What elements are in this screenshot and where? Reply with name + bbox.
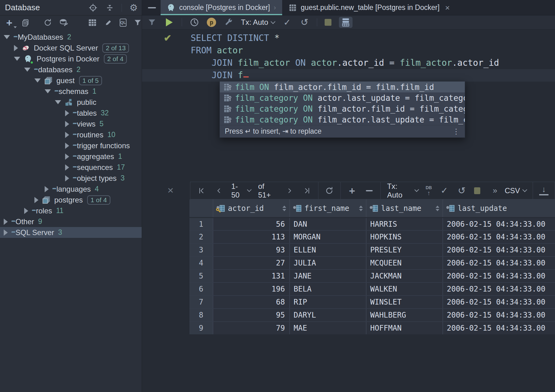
tree-item-aggregates[interactable]: aggregates 1 [0,151,142,162]
table-row[interactable]: 9 79 MAE HOFFMAN 2006-02-15 04:34:33.00 [189,321,555,334]
cell-last-name[interactable]: WALKEN [366,283,443,295]
chevron-collapsed-icon[interactable] [65,175,69,181]
column-header-actor-id[interactable]: actor_id [213,199,290,217]
table-row[interactable]: 1 56 DAN HARRIS 2006-02-15 04:34:33.00 [189,217,555,230]
tree-item-tables[interactable]: tables 32 [0,108,142,118]
last-page-icon[interactable] [302,186,312,196]
table-view-icon[interactable] [87,18,97,28]
reload-data-icon[interactable] [324,186,334,196]
cell-actor-id[interactable]: 79 [213,322,290,334]
chevron-expanded-icon[interactable] [45,89,51,93]
cell-last-name[interactable]: JACKMAN [366,270,443,282]
tree-item-postgres-in-docker[interactable]: Postgres in Docker 2 of 4 [0,53,142,64]
cell-last-name[interactable]: HOPKINS [366,231,443,243]
tx-mode-dropdown[interactable]: Tx: Auto [387,182,418,199]
cell-last-name[interactable]: MCQUEEN [366,257,443,269]
column-header-last-update[interactable]: last_update [443,199,555,217]
chevron-collapsed-icon[interactable] [65,154,69,160]
cell-first-name[interactable]: MORGAN [290,231,366,243]
tab-new-table[interactable]: guest.public.new_table [Postgres in Dock… [282,0,456,15]
locate-icon[interactable] [88,3,98,13]
table-row[interactable]: 6 196 BELA WALKEN 2006-02-15 04:34:33.00 [189,282,555,295]
cell-actor-id[interactable]: 95 [213,309,290,321]
chevron-collapsed-icon[interactable] [65,110,69,116]
filter-icon[interactable] [147,17,157,27]
cell-last-update[interactable]: 2006-02-15 04:34:33.00 [443,270,555,282]
column-header-last-name[interactable]: last_name [366,199,443,217]
stop-icon[interactable] [325,19,331,26]
close-results-icon[interactable]: × [167,184,174,196]
cell-actor-id[interactable]: 68 [213,296,290,308]
wrench-icon[interactable] [224,17,233,27]
cell-last-name[interactable]: WAHLBERG [366,309,443,321]
cell-first-name[interactable]: ELLEN [290,244,366,256]
chevron-collapsed-icon[interactable] [65,164,69,171]
cell-last-name[interactable]: WINSLET [366,296,443,308]
submit-to-database-icon[interactable]: DB ↑ [426,185,432,196]
tree-item-public[interactable]: public [0,97,142,108]
page-range-dropdown[interactable]: 1-50 [231,182,251,199]
tx-mode-dropdown[interactable]: Tx: Auto [241,18,275,27]
tab-console[interactable]: console [Postgres in Docker] › [161,0,282,15]
chevron-expanded-icon[interactable] [34,78,41,82]
cell-last-name[interactable]: HARRIS [366,218,443,230]
chevron-collapsed-icon[interactable] [65,143,69,149]
column-header-first-name[interactable]: first_name [290,199,366,217]
cell-actor-id[interactable]: 113 [213,231,290,243]
postgres-dialect-badge[interactable]: p [207,18,216,27]
next-page-icon[interactable] [285,186,295,196]
tree-item-postgres-db[interactable]: postgres 1 of 4 [0,194,142,205]
commit-icon[interactable]: ✓ [282,17,292,27]
chevron-expanded-icon[interactable] [4,35,10,39]
cell-first-name[interactable]: JULIA [290,257,366,269]
cell-first-name[interactable]: JANE [290,270,366,282]
export-format-dropdown[interactable]: CSV [505,186,526,195]
sort-arrows-icon[interactable] [282,206,286,211]
cell-last-name[interactable]: HOFFMAN [366,322,443,334]
edit-icon[interactable] [104,18,113,28]
cell-actor-id[interactable]: 56 [213,218,290,230]
tree-item-sql-server[interactable]: SQL Server 3 [0,227,142,238]
cell-actor-id[interactable]: 27 [213,257,290,269]
run-button[interactable] [164,17,174,27]
cell-last-update[interactable]: 2006-02-15 04:34:33.00 [443,283,555,295]
table-row[interactable]: 2 113 MORGAN HOPKINS 2006-02-15 04:34:33… [189,230,555,243]
tree-item-docker-sql-server[interactable]: Docker SQL Server 2 of 13 [0,42,142,53]
cell-last-name[interactable]: PRESLEY [366,244,443,256]
tree-item-schemas[interactable]: schemas 1 [0,86,142,97]
tree-item-languages[interactable]: languages 4 [0,184,142,194]
duplicate-icon[interactable] [20,18,30,28]
sort-arrows-icon[interactable] [436,206,439,211]
cell-last-update[interactable]: 2006-02-15 04:34:33.00 [443,296,555,308]
commit-icon[interactable]: ✓ [439,186,449,196]
completion-item[interactable]: film ON film_actor.film_id = film.film_i… [220,82,465,92]
tree-item-guest[interactable]: guest 1 of 5 [0,75,142,86]
chevron-expanded-icon[interactable] [55,100,61,104]
cell-last-update[interactable]: 2006-02-15 04:34:33.00 [443,218,555,230]
filter-icon[interactable] [133,18,143,28]
chevron-collapsed-icon[interactable] [4,229,8,236]
chevron-collapsed-icon[interactable] [65,132,69,138]
table-row[interactable]: 5 131 JANE JACKMAN 2006-02-15 04:34:33.0… [189,269,555,282]
tree-item-roles[interactable]: roles 11 [0,205,142,216]
chevron-collapsed-icon[interactable] [65,121,69,127]
cell-first-name[interactable]: MAE [290,322,366,334]
rollback-icon[interactable]: ↺ [457,186,467,196]
tree-item-mydatabases[interactable]: MyDatabases 2 [0,32,142,42]
cell-last-update[interactable]: 2006-02-15 04:34:33.00 [443,257,555,269]
tree-item-object-types[interactable]: object types 3 [0,173,142,184]
chevron-collapsed-icon[interactable] [34,197,38,203]
more-options-icon[interactable]: ⋮ [452,127,460,136]
add-row-icon[interactable]: + [347,186,357,196]
completion-item[interactable]: film_category ON film_actor.film_id = fi… [220,103,465,114]
cell-actor-id[interactable]: 131 [213,270,290,282]
chevron-expanded-icon[interactable] [24,68,30,72]
close-tab-icon[interactable]: × [445,4,450,12]
completion-item[interactable]: film_category ON film_actor.last_update … [220,114,465,125]
chevron-collapsed-icon[interactable] [45,186,49,192]
tree-item-trigger-functions[interactable]: trigger functions [0,140,142,151]
tree-item-other[interactable]: Other 9 [0,216,142,227]
cell-last-update[interactable]: 2006-02-15 04:34:33.00 [443,231,555,243]
cell-first-name[interactable]: DAN [290,218,366,230]
chevron-collapsed-icon[interactable] [24,208,28,214]
